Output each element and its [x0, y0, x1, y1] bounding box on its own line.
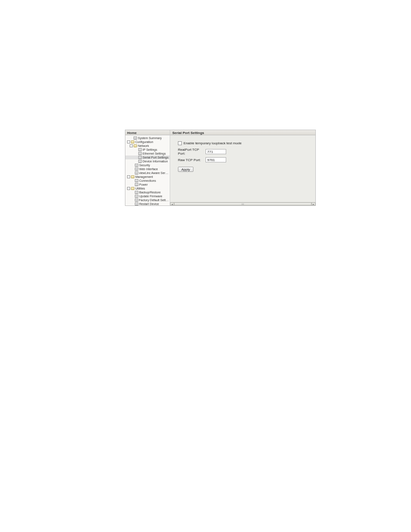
sidebar-title: Home [125, 130, 170, 135]
page-icon [135, 199, 138, 202]
realport-label: RealPort TCP Port: [178, 148, 206, 156]
sidebar-pane: Home System Summary-Configuration-Networ… [125, 130, 170, 205]
page-icon [135, 183, 138, 186]
folder-icon [131, 140, 134, 143]
realport-row: RealPort TCP Port: [178, 148, 310, 156]
tree-toggle-icon[interactable]: - [127, 187, 130, 190]
horizontal-scrollbar[interactable]: ◄ ► [170, 202, 315, 205]
scroll-thumb[interactable] [174, 202, 311, 205]
nav-item-power[interactable]: Power [125, 183, 170, 187]
page-icon [135, 164, 138, 167]
content-pane: Serial Port Settings Enable temporary lo… [170, 130, 315, 205]
folder-icon [134, 144, 137, 147]
page-icon [135, 202, 138, 205]
page-icon [135, 191, 138, 194]
loopback-row: Enable temporary loopback test mode [178, 141, 310, 145]
rawtcp-row: Raw TCP Port: [178, 157, 310, 162]
realport-input[interactable] [206, 149, 226, 154]
page-icon [135, 195, 138, 198]
content-body: Enable temporary loopback test mode Real… [170, 135, 315, 205]
nav-tree: System Summary-Configuration-NetworkIP S… [125, 135, 170, 205]
content-title: Serial Port Settings [170, 130, 315, 135]
page-icon [135, 179, 138, 182]
page-icon [138, 152, 142, 155]
scroll-left-button[interactable]: ◄ [170, 202, 174, 205]
tree-toggle-icon[interactable]: - [127, 140, 130, 143]
apply-button[interactable]: Apply [178, 167, 193, 172]
folder-icon [131, 187, 134, 190]
rawtcp-label: Raw TCP Port: [178, 158, 206, 162]
page-icon [135, 168, 138, 171]
loopback-label: Enable temporary loopback test mode [184, 141, 242, 145]
page-icon [138, 156, 142, 159]
folder-icon [131, 175, 134, 178]
scroll-grip-icon [242, 203, 244, 205]
page-icon [135, 171, 138, 174]
scroll-track[interactable] [174, 202, 311, 205]
tree-toggle-icon[interactable]: - [130, 144, 133, 147]
page-icon [138, 148, 142, 151]
rawtcp-input[interactable] [206, 157, 226, 162]
config-window: Home System Summary-Configuration-Networ… [125, 130, 316, 206]
nav-item-label: Restart Device [139, 202, 159, 206]
nav-item-restart-device[interactable]: Restart Device [125, 202, 170, 205]
page-icon [134, 137, 137, 140]
page-icon [138, 160, 142, 163]
scroll-right-button[interactable]: ► [311, 202, 315, 205]
loopback-checkbox[interactable] [178, 141, 182, 145]
tree-toggle-icon[interactable]: - [127, 175, 130, 178]
